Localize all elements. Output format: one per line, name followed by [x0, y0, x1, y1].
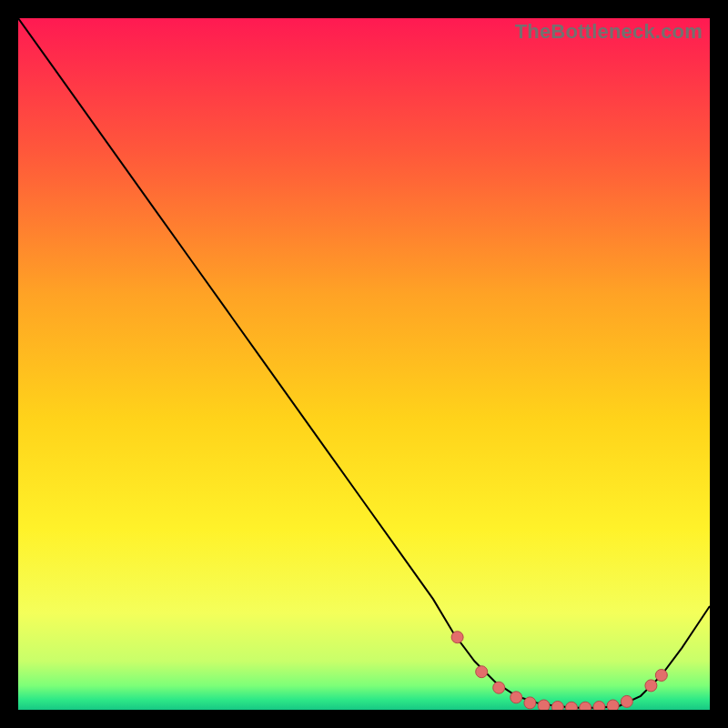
- chart-frame: TheBottleneck.com: [18, 18, 710, 710]
- curve-marker: [621, 695, 632, 707]
- curve-marker: [451, 632, 463, 643]
- curve-marker: [476, 666, 488, 678]
- watermark-text: TheBottleneck.com: [515, 20, 703, 44]
- curve-marker: [511, 692, 522, 703]
- gradient-background: [18, 18, 710, 710]
- curve-marker: [645, 680, 657, 692]
- curve-marker: [538, 700, 550, 710]
- curve-marker: [524, 697, 536, 709]
- curve-marker: [655, 670, 667, 682]
- curve-marker: [566, 702, 578, 710]
- curve-marker: [593, 701, 605, 710]
- bottleneck-chart: [18, 18, 710, 710]
- curve-marker: [493, 682, 505, 693]
- curve-marker: [551, 701, 563, 710]
- curve-marker: [580, 702, 592, 710]
- curve-marker: [607, 700, 619, 710]
